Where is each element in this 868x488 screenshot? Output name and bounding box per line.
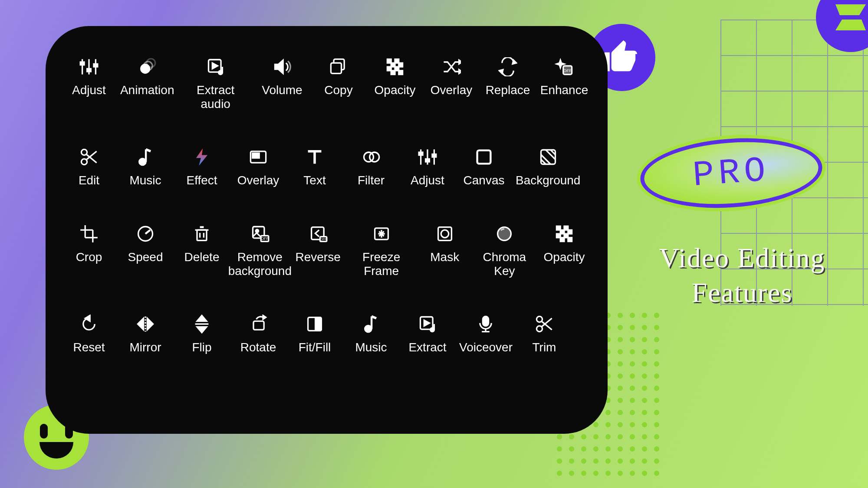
- checker-icon: [555, 221, 574, 247]
- tool-label: Extract: [408, 341, 446, 354]
- opacity-button[interactable]: Opacity: [367, 48, 423, 120]
- fitfill-icon: [305, 311, 324, 337]
- speed-button[interactable]: Speed: [117, 215, 174, 287]
- copy-icon: [329, 54, 348, 80]
- mask-button[interactable]: Mask: [417, 215, 473, 287]
- flipv-icon: [192, 311, 211, 337]
- tool-label: Delete: [184, 250, 220, 264]
- reverse-button[interactable]: Reverse: [290, 215, 346, 287]
- voiceover-button[interactable]: Voiceover: [456, 305, 516, 363]
- music-button[interactable]: Music: [117, 138, 174, 196]
- crop-icon: [79, 221, 99, 247]
- tool-label: Copy: [324, 83, 352, 97]
- boltColor-icon: [192, 144, 211, 170]
- tool-label: Freeze Frame: [350, 250, 413, 278]
- tool-label: Extract audio: [181, 83, 250, 111]
- tool-label: Reset: [73, 341, 105, 354]
- tool-label: Speed: [128, 250, 163, 264]
- replace-button[interactable]: Replace: [480, 48, 536, 120]
- tool-label: Adjust: [72, 83, 106, 97]
- volume-button[interactable]: Volume: [254, 48, 310, 120]
- sliders-icon: [79, 54, 99, 80]
- note-icon: [136, 144, 155, 170]
- copy-button[interactable]: Copy: [310, 48, 367, 120]
- reset-button[interactable]: Reset: [61, 305, 117, 363]
- playnote-icon: [418, 311, 437, 337]
- rotate-icon: [249, 311, 268, 337]
- tool-row: AdjustAnimationExtract audioVolumeCopyOp…: [61, 48, 592, 120]
- text-icon: [305, 144, 324, 170]
- delete-button[interactable]: Delete: [174, 215, 230, 287]
- chroma-button[interactable]: Chroma Key: [473, 215, 536, 287]
- backarrowOff-icon: [309, 221, 328, 247]
- music2-button[interactable]: Music: [343, 305, 399, 363]
- freeze-icon: [372, 221, 391, 247]
- tool-label: Overlay: [237, 174, 279, 187]
- tool-label: Reverse: [295, 250, 340, 264]
- mirror-icon: [136, 311, 155, 337]
- tool-panel: AdjustAnimationExtract audioVolumeCopyOp…: [46, 26, 608, 434]
- crop-button[interactable]: Crop: [61, 215, 117, 287]
- canvas-button[interactable]: Canvas: [456, 138, 512, 196]
- pip-icon: [249, 144, 268, 170]
- speaker-icon: [273, 54, 292, 80]
- overlay-button[interactable]: Overlay: [423, 48, 480, 120]
- tool-label: Mirror: [129, 341, 161, 354]
- extract-button[interactable]: Extract: [399, 305, 456, 363]
- tool-label: Background: [516, 174, 580, 187]
- fitfill-button[interactable]: Fit/Fill: [286, 305, 343, 363]
- tool-label: Remove background: [228, 250, 292, 278]
- note-icon: [362, 311, 381, 337]
- removebg-icon: [250, 221, 270, 247]
- edit-button[interactable]: Edit: [61, 138, 117, 196]
- ripple-icon: [138, 54, 157, 80]
- adjust2-button[interactable]: Adjust: [399, 138, 456, 196]
- sparkleOff-icon: [555, 54, 574, 80]
- sliders-icon: [418, 144, 437, 170]
- tool-label: Volume: [262, 83, 302, 97]
- tool-label: Crop: [76, 250, 102, 264]
- tool-label: Trim: [533, 341, 556, 354]
- playnote-icon: [206, 54, 225, 80]
- tool-label: Chroma Key: [477, 250, 533, 278]
- overlay2-button[interactable]: Overlay: [230, 138, 286, 196]
- hatch-icon: [539, 144, 558, 170]
- trim-button[interactable]: Trim: [516, 305, 572, 363]
- scissors-icon: [535, 311, 554, 337]
- tool-label: Text: [303, 174, 326, 187]
- flip-button[interactable]: Flip: [174, 305, 230, 363]
- tool-label: Adjust: [411, 174, 444, 187]
- tool-label: Enhance: [540, 83, 589, 97]
- filter-button[interactable]: Filter: [343, 138, 399, 196]
- tool-row: CropSpeedDeleteRemove backgroundReverseF…: [61, 215, 592, 287]
- background-button[interactable]: Background: [512, 138, 584, 196]
- tool-label: Music: [355, 341, 387, 354]
- checker-icon: [385, 54, 404, 80]
- text-button[interactable]: Text: [286, 138, 343, 196]
- tool-label: Fit/Fill: [299, 341, 331, 354]
- remove-bg-button[interactable]: Remove background: [230, 215, 290, 287]
- tool-label: Edit: [79, 174, 99, 187]
- colorball-icon: [495, 221, 514, 247]
- rotate-button[interactable]: Rotate: [230, 305, 286, 363]
- square-icon: [474, 144, 493, 170]
- shuffle-icon: [442, 54, 461, 80]
- tool-label: Mask: [430, 250, 459, 264]
- extract-audio-button[interactable]: Extract audio: [177, 48, 254, 120]
- adjust-button[interactable]: Adjust: [61, 48, 117, 120]
- animation-button[interactable]: Animation: [117, 48, 177, 120]
- tool-row: ResetMirrorFlipRotateFit/FillMusicExtrac…: [61, 305, 592, 363]
- scissors-icon: [79, 144, 99, 170]
- pro-badge-text: PRO: [691, 150, 771, 196]
- enhance-button[interactable]: Enhance: [536, 48, 592, 120]
- freeze-button[interactable]: Freeze Frame: [346, 215, 417, 287]
- page-title: Video Editing Features: [629, 241, 855, 310]
- effect-button[interactable]: Effect: [174, 138, 230, 196]
- tool-label: Opacity: [544, 250, 585, 264]
- tool-label: Effect: [186, 174, 217, 187]
- tool-label: Music: [129, 174, 161, 187]
- tool-label: Opacity: [375, 83, 416, 97]
- mirror-button[interactable]: Mirror: [117, 305, 174, 363]
- opacity2-button[interactable]: Opacity: [536, 215, 592, 287]
- tool-label: Animation: [120, 83, 174, 97]
